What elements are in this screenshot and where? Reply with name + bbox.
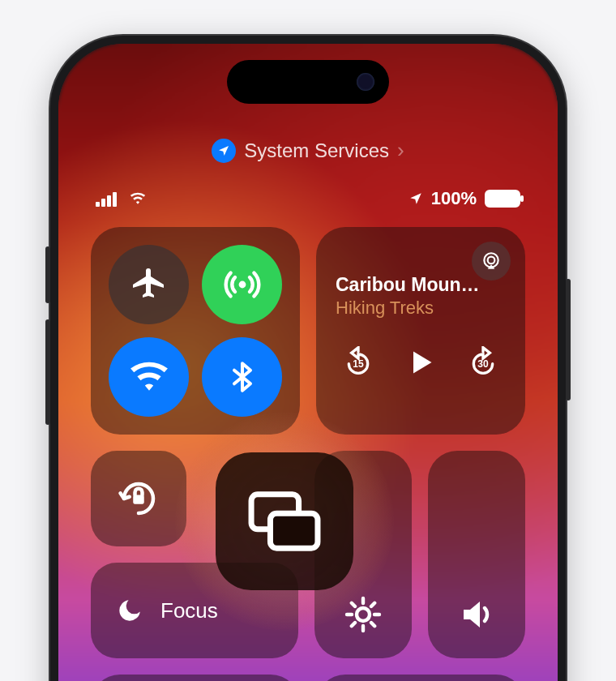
volume-slider[interactable] [428, 451, 525, 658]
connectivity-tile[interactable] [91, 227, 300, 435]
cellular-signal-icon [96, 191, 118, 207]
status-bar: 100% [58, 188, 558, 209]
orientation-lock-icon [117, 477, 160, 520]
svg-point-4 [238, 281, 246, 289]
front-camera-icon [357, 73, 374, 91]
screen: System Services › 100% [58, 44, 558, 681]
play-button[interactable] [406, 346, 435, 379]
svg-rect-10 [270, 513, 318, 548]
wifi-status-icon [126, 191, 149, 207]
battery-icon [485, 190, 520, 208]
svg-point-6 [488, 257, 495, 264]
cellular-data-toggle[interactable] [202, 245, 282, 324]
skip-back-button[interactable]: 15 [342, 346, 374, 379]
airplay-button[interactable] [472, 242, 511, 281]
svg-rect-1 [101, 199, 105, 207]
location-arrow-icon [409, 191, 423, 206]
brightness-icon [344, 595, 383, 634]
svg-point-8 [357, 608, 370, 621]
airplane-mode-toggle[interactable] [109, 245, 189, 324]
media-subtitle: Hiking Treks [336, 298, 506, 319]
orientation-lock-button[interactable] [91, 451, 186, 546]
chevron-right-icon: › [397, 138, 404, 163]
skip-forward-button[interactable]: 30 [467, 346, 499, 379]
skip-back-label: 15 [353, 358, 363, 370]
wifi-toggle[interactable] [109, 337, 189, 417]
screen-mirroring-icon [246, 490, 323, 553]
media-title: Caribou Moun… [336, 274, 498, 296]
svg-rect-2 [107, 195, 111, 207]
svg-rect-3 [113, 192, 117, 207]
play-icon [406, 346, 435, 379]
svg-rect-0 [96, 202, 100, 207]
airplane-icon [130, 265, 169, 304]
wifi-icon [129, 357, 169, 397]
bottom-tile-right[interactable] [316, 675, 525, 681]
volume-icon [457, 595, 496, 634]
airplay-icon [481, 251, 502, 272]
media-tile[interactable]: Caribou Moun… Hiking Treks 15 30 [316, 227, 525, 435]
bluetooth-toggle[interactable] [202, 337, 282, 417]
battery-percentage: 100% [431, 188, 477, 209]
bluetooth-icon [226, 358, 259, 396]
breadcrumb[interactable]: System Services › [58, 138, 558, 163]
cellular-antenna-icon [223, 265, 262, 304]
moon-icon [113, 594, 146, 627]
location-services-icon [212, 139, 236, 163]
skip-forward-label: 30 [477, 358, 488, 370]
bottom-tile-left[interactable] [91, 675, 300, 681]
screen-mirroring-button[interactable] [216, 452, 353, 590]
phone-frame: System Services › 100% [50, 36, 566, 681]
dynamic-island [227, 60, 389, 104]
breadcrumb-label: System Services [244, 139, 389, 162]
side-button [566, 279, 571, 400]
focus-label: Focus [160, 598, 218, 623]
